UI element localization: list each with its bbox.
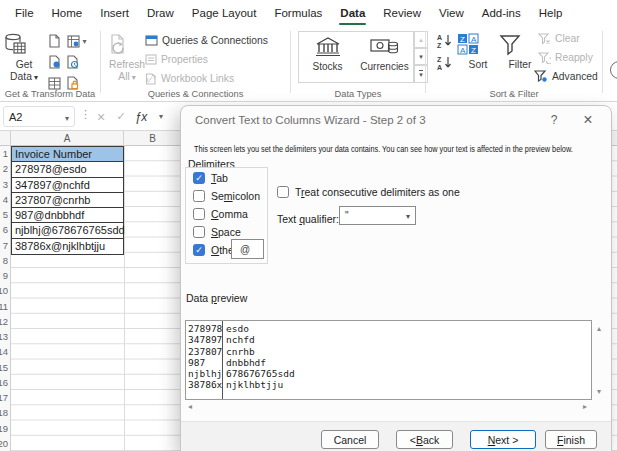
- space-checkbox[interactable]: [193, 226, 205, 238]
- from-text-csv-button[interactable]: [46, 33, 62, 49]
- row-header[interactable]: 16: [0, 375, 10, 390]
- tab-data[interactable]: Data: [331, 0, 374, 27]
- more-dots-icon[interactable]: ⋮: [80, 108, 91, 121]
- sort-button[interactable]: Z A A Z Sort: [456, 30, 500, 71]
- semicolon-checkbox[interactable]: [193, 190, 205, 202]
- insert-function-icon[interactable]: [132, 106, 150, 127]
- preview-scroll-right-icon[interactable]: [583, 402, 587, 411]
- stocks-item[interactable]: Stocks: [299, 32, 356, 82]
- row-header[interactable]: 17: [0, 390, 10, 405]
- cell-a3[interactable]: 347897@nchfd: [12, 178, 123, 193]
- preview-scroll-down-icon[interactable]: [597, 387, 601, 396]
- row-header[interactable]: 7: [0, 238, 10, 253]
- from-table-range-button[interactable]: [64, 33, 90, 49]
- svg-text:Z: Z: [471, 46, 476, 55]
- tab-review[interactable]: Review: [374, 0, 430, 27]
- formula-bar-expand-icon[interactable]: [152, 106, 170, 127]
- reapply-filter-icon: [538, 52, 551, 64]
- row-header[interactable]: 5: [0, 207, 10, 222]
- column-header-a[interactable]: A: [11, 131, 124, 146]
- comma-checkbox-label: Comma: [211, 208, 248, 220]
- close-icon[interactable]: [575, 108, 601, 132]
- preview-line: 678676765sdd: [226, 368, 591, 379]
- treat-consecutive-checkbox[interactable]: [277, 186, 289, 198]
- cell-a2[interactable]: 278978@esdo: [12, 162, 123, 177]
- other-checkbox[interactable]: [193, 244, 205, 256]
- select-all-corner[interactable]: [0, 131, 11, 146]
- filter-button[interactable]: Filter: [498, 30, 542, 71]
- confirm-entry-icon[interactable]: [112, 106, 130, 127]
- other-delimiter-input[interactable]: @: [231, 239, 264, 259]
- cancel-entry-icon[interactable]: [92, 106, 110, 127]
- cell-a4[interactable]: 237807@cnrhb: [12, 193, 123, 208]
- row-header[interactable]: 11: [0, 299, 10, 314]
- stocks-label: Stocks: [299, 61, 356, 72]
- row-header[interactable]: 9: [0, 268, 10, 283]
- column-header-b[interactable]: B: [124, 131, 182, 146]
- properties-button[interactable]: Properties: [145, 52, 208, 67]
- svg-text:A: A: [437, 64, 442, 71]
- tab-draw[interactable]: Draw: [138, 0, 183, 27]
- cell-a7[interactable]: 38786x@njklhbtjju: [12, 239, 123, 254]
- workbook-links-button[interactable]: Workbook Links: [145, 71, 234, 86]
- row-header[interactable]: 19: [0, 421, 10, 436]
- row-header[interactable]: 6: [0, 222, 10, 237]
- recent-sources-button[interactable]: [46, 54, 62, 70]
- finish-button[interactable]: Finish: [545, 430, 597, 449]
- row-header[interactable]: 10: [0, 283, 10, 298]
- preview-scroll-up-icon[interactable]: [597, 324, 601, 333]
- text-qualifier-select[interactable]: ": [339, 206, 416, 225]
- name-box-chevron-icon[interactable]: [65, 111, 69, 123]
- help-icon[interactable]: [541, 108, 567, 132]
- clear-filter-button[interactable]: Clear: [538, 31, 580, 46]
- existing-connections-button[interactable]: [64, 54, 80, 70]
- cell-a1[interactable]: Invoice Number: [12, 147, 123, 162]
- get-data-button[interactable]: Get Data: [2, 30, 46, 83]
- tab-help[interactable]: Help: [530, 0, 572, 27]
- row-header[interactable]: 18: [0, 405, 10, 420]
- preview-column-2[interactable]: esdo nchfd cnrhb dnbbhdf 678676765sdd nj…: [223, 321, 591, 399]
- tab-formulas[interactable]: Formulas: [265, 0, 331, 27]
- row-header[interactable]: 3: [0, 177, 10, 192]
- tab-add-ins[interactable]: Add-ins: [473, 0, 530, 27]
- preview-column-1[interactable]: 278978 347897 237807 987 njblhj 38786x: [186, 321, 223, 399]
- reapply-filter-button[interactable]: Reapply: [538, 50, 593, 65]
- row-header[interactable]: 2: [0, 161, 10, 176]
- sort-ascending-button[interactable]: A Z: [434, 32, 456, 50]
- cancel-button[interactable]: Cancel: [321, 430, 379, 449]
- tab-file[interactable]: File: [6, 0, 43, 27]
- row-header[interactable]: 1: [0, 146, 10, 161]
- row-headers[interactable]: 1 2 3 4 5 6 7 8 9 10 11 12 13 14 15 16 1…: [0, 146, 11, 451]
- back-button[interactable]: < Back: [396, 430, 453, 449]
- preview-scroll-left-icon[interactable]: [188, 402, 192, 411]
- refresh-all-button[interactable]: Refresh All: [105, 30, 149, 83]
- row-header[interactable]: 4: [0, 192, 10, 207]
- currencies-item[interactable]: Currencies: [356, 32, 413, 82]
- tab-home[interactable]: Home: [43, 0, 92, 27]
- chevron-down-icon[interactable]: [406, 210, 410, 221]
- sort-dialog-icon: Z A A Z: [456, 32, 500, 58]
- sort-za-icon: Z A: [436, 55, 454, 71]
- tab-view[interactable]: View: [430, 0, 473, 27]
- row-header[interactable]: 20: [0, 436, 10, 451]
- tab-checkbox[interactable]: [193, 172, 205, 184]
- row-header[interactable]: 14: [0, 344, 10, 359]
- comma-checkbox[interactable]: [193, 208, 205, 220]
- advanced-filter-button[interactable]: Advanced: [534, 69, 598, 84]
- row-header[interactable]: 15: [0, 360, 10, 375]
- group-get-transform-data: Get Data Get & Transform Data: [0, 27, 100, 101]
- sort-descending-button[interactable]: Z A: [434, 54, 456, 72]
- ribbon: Get Data Get & Transform Data: [0, 27, 617, 102]
- queries-connections-button[interactable]: Queries & Connections: [145, 33, 268, 48]
- svg-text:Z: Z: [460, 35, 465, 44]
- tab-page-layout[interactable]: Page Layout: [183, 0, 266, 27]
- next-button[interactable]: Next >: [470, 430, 536, 449]
- data-preview-pane[interactable]: 278978 347897 237807 987 njblhj 38786x e…: [185, 320, 592, 400]
- row-header[interactable]: 12: [0, 314, 10, 329]
- row-header[interactable]: 13: [0, 329, 10, 344]
- row-header[interactable]: 8: [0, 253, 10, 268]
- cell-a6[interactable]: njblhj@678676765sdd: [12, 223, 123, 238]
- cell-a5[interactable]: 987@dnbbhdf: [12, 208, 123, 223]
- name-box[interactable]: A2: [3, 106, 75, 127]
- tab-insert[interactable]: Insert: [91, 0, 138, 27]
